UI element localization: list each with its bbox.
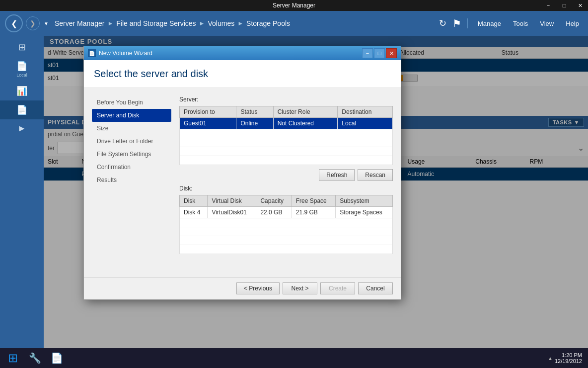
disk-row-empty-3 (180, 236, 393, 245)
server-col-destination: Destination (338, 106, 393, 118)
server-section-label: Server: (179, 96, 393, 103)
main-area: STORAGE POOLS d-Write Server Capacity Fr… (44, 36, 588, 368)
window-title: Server Manager (273, 2, 315, 9)
maximize-button[interactable]: □ (556, 0, 572, 11)
flag-icon: ⚑ (452, 17, 461, 29)
disk-row1-disk: Disk 4 (180, 207, 208, 218)
breadcrumb: Server Manager ► File and Storage Servic… (55, 19, 437, 27)
modal-title: New Volume Wizard (99, 50, 362, 57)
sidebar: ⊞ 📄 Local 📊 📄 ► (0, 36, 44, 368)
sidebar-item-server-manager[interactable]: ⊞ (0, 38, 44, 57)
breadcrumb-sep-2: ► (199, 20, 205, 27)
next-button[interactable]: Next > (283, 282, 317, 294)
disk-section-label: Disk: (179, 185, 393, 192)
disk-col-subsystem: Subsystem (336, 195, 393, 207)
server-col-provision-to: Provision to (180, 106, 236, 118)
start-button[interactable]: ⊞ (2, 349, 24, 367)
sidebar-item-all-servers[interactable]: 📊 (0, 82, 44, 100)
breadcrumb-server-manager[interactable]: Server Manager (55, 19, 104, 27)
wizard-title: Select the server and disk (94, 68, 391, 80)
server-row1-status: Online (236, 118, 273, 129)
disk-table: Disk Virtual Disk Capacity Free Space Su… (179, 195, 393, 254)
wizard-footer: < Previous Next > Create Cancel (84, 277, 401, 299)
server-manager-icon: ⊞ (18, 42, 26, 53)
rescan-button[interactable]: Rescan (358, 169, 393, 181)
breadcrumb-storage-pools[interactable]: Storage Pools (246, 19, 290, 27)
help-button[interactable]: Help (562, 18, 583, 29)
refresh-button[interactable]: Refresh (319, 169, 355, 181)
tools-button[interactable]: Tools (509, 18, 532, 29)
nav-bar: ❮ ❯ ▼ Server Manager ► File and Storage … (0, 11, 588, 36)
sidebar-item-local-server[interactable]: 📄 Local (0, 57, 44, 82)
sidebar-item-storage-arrow[interactable]: ► (0, 119, 44, 138)
previous-button[interactable]: < Previous (236, 282, 280, 294)
close-button[interactable]: ✕ (572, 0, 588, 11)
breadcrumb-sep-3: ► (237, 20, 243, 27)
back-button[interactable]: ❮ (5, 14, 23, 32)
server-row-empty-1 (180, 129, 393, 138)
nav-divider (467, 18, 468, 28)
taskbar-app-1[interactable]: 🔧 (24, 349, 46, 367)
server-col-cluster-role: Cluster Role (273, 106, 338, 118)
disk-row1-virtual: VirtualDisk01 (208, 207, 256, 218)
wizard-content: Before You Begin Server and Disk Size Dr… (84, 88, 401, 277)
new-volume-wizard-modal: 📄 New Volume Wizard − □ ✕ Select the ser… (83, 46, 401, 300)
disk-row1-free: 21.9 GB (292, 207, 336, 218)
step-file-system[interactable]: File System Settings (92, 148, 171, 161)
step-confirmation[interactable]: Confirmation (92, 161, 171, 174)
disk-row-empty-4 (180, 245, 393, 254)
sidebar-item-file-storage[interactable]: 📄 (0, 100, 44, 119)
server-col-status: Status (236, 106, 273, 118)
breadcrumb-volumes[interactable]: Volumes (208, 19, 234, 27)
server-row-empty-3 (180, 147, 393, 156)
app-container: ❮ ❯ ▼ Server Manager ► File and Storage … (0, 11, 588, 368)
disk-col-capacity: Capacity (256, 195, 292, 207)
file-storage-icon: 📄 (16, 104, 27, 115)
modal-title-bar: 📄 New Volume Wizard − □ ✕ (84, 46, 401, 60)
minimize-button[interactable]: − (540, 0, 556, 11)
disk-col-free: Free Space (292, 195, 336, 207)
modal-close-button[interactable]: ✕ (386, 48, 397, 58)
storage-arrow-icon: ► (17, 123, 26, 134)
step-before-you-begin[interactable]: Before You Begin (92, 96, 171, 109)
taskbar: ⊞ 🔧 📄 ▲ 1:20 PM 12/19/2012 (0, 348, 588, 368)
server-row1-destination: Local (338, 118, 393, 129)
create-button[interactable]: Create (320, 282, 355, 294)
taskbar-app-2[interactable]: 📄 (46, 349, 68, 367)
disk-row-empty-2 (180, 227, 393, 236)
wizard-main: Server: Provision to Status Cluster Role… (179, 96, 393, 269)
clock-time: 1:20 PM (555, 352, 582, 358)
breadcrumb-file-storage[interactable]: File and Storage Services (116, 19, 196, 27)
clock-date: 12/19/2012 (555, 358, 582, 364)
view-button[interactable]: View (536, 18, 558, 29)
disk-col-virtual: Virtual Disk (208, 195, 256, 207)
server-row1-provision: Guest01 (180, 118, 236, 129)
step-results[interactable]: Results (92, 174, 171, 186)
server-row-empty-2 (180, 138, 393, 147)
nav-dropdown-button[interactable]: ▼ (42, 16, 51, 30)
disk-row-1[interactable]: Disk 4 VirtualDisk01 22.0 GB 21.9 GB Sto… (180, 207, 393, 218)
server-table: Provision to Status Cluster Role Destina… (179, 106, 393, 165)
taskbar-clock: 1:20 PM 12/19/2012 (555, 352, 586, 364)
disk-row-empty-1 (180, 218, 393, 227)
disk-row1-capacity: 22.0 GB (256, 207, 292, 218)
modal-window-controls: − □ ✕ (362, 48, 397, 58)
step-server-and-disk[interactable]: Server and Disk (92, 109, 171, 122)
modal-minimize-button[interactable]: − (362, 48, 373, 58)
server-row1-cluster: Not Clustered (273, 118, 338, 129)
modal-maximize-button[interactable]: □ (374, 48, 385, 58)
modal-app-icon: 📄 (88, 49, 96, 57)
refresh-icon[interactable]: ↻ (437, 16, 448, 31)
modal-overlay: 📄 New Volume Wizard − □ ✕ Select the ser… (44, 36, 588, 368)
disk-col-disk: Disk (180, 195, 208, 207)
cancel-button[interactable]: Cancel (358, 282, 393, 294)
title-bar: Server Manager − □ ✕ (0, 0, 588, 11)
sm-content: ⊞ 📄 Local 📊 📄 ► STORAGE POOLS d-Write Se… (0, 36, 588, 368)
notification-area[interactable]: ▲ (546, 356, 555, 361)
manage-button[interactable]: Manage (474, 18, 505, 29)
step-size[interactable]: Size (92, 122, 171, 135)
step-drive-letter[interactable]: Drive Letter or Folder (92, 135, 171, 148)
server-row-1[interactable]: Guest01 Online Not Clustered Local (180, 118, 393, 129)
forward-button[interactable]: ❯ (26, 16, 40, 30)
breadcrumb-sep-1: ► (107, 20, 113, 27)
